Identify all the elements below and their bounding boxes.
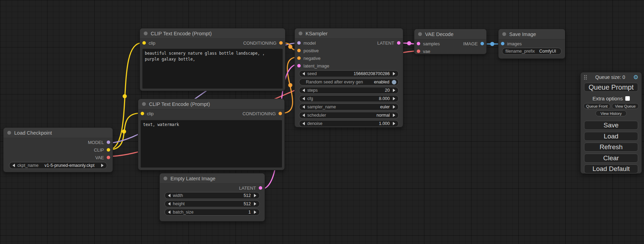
vae-output-port[interactable]	[107, 156, 110, 159]
clip-output-port[interactable]	[107, 148, 110, 152]
positive-prompt-textarea[interactable]: beautiful scenery nature glass bottle la…	[142, 49, 283, 89]
input-label: negative	[303, 56, 320, 61]
extra-options-checkbox[interactable]	[625, 96, 630, 101]
steps-widget[interactable]: steps 20	[299, 87, 399, 94]
ckpt-name-widget[interactable]: ckpt_name v1-5-pruned-emaonly.ckpt	[9, 162, 107, 169]
widget-value: 8.000	[379, 96, 390, 101]
collapse-dot-icon[interactable]	[418, 32, 422, 36]
increment-arrow-icon[interactable]	[254, 194, 256, 197]
node-title-bar[interactable]: Empty Latent Image	[160, 173, 265, 184]
latent-output-port[interactable]	[397, 41, 400, 45]
positive-input-port[interactable]	[297, 49, 301, 52]
model-input-port[interactable]	[297, 41, 301, 45]
latent-output-port[interactable]	[259, 186, 262, 190]
negative-input-port[interactable]	[297, 56, 301, 60]
view-history-button[interactable]: View History	[596, 110, 627, 116]
samples-input-port[interactable]	[417, 42, 420, 45]
node-title-bar[interactable]: VAE Decode	[414, 29, 486, 39]
negative-prompt-textarea[interactable]: text, watermark	[141, 120, 282, 168]
collapse-dot-icon[interactable]	[142, 102, 146, 106]
decrement-arrow-icon[interactable]	[168, 210, 170, 214]
width-widget[interactable]: width 512	[165, 192, 260, 199]
scheduler-widget[interactable]: scheduler normal	[299, 112, 399, 119]
collapse-dot-icon[interactable]	[502, 32, 506, 36]
link-midpoint-dot	[288, 45, 292, 49]
node-clip-text-encode-positive[interactable]: CLIP Text Encode (Prompt) clip CONDITION…	[140, 28, 285, 91]
output-label: LATENT	[377, 40, 394, 46]
increment-arrow-icon[interactable]	[254, 210, 256, 214]
output-label: CONDITIONING	[242, 111, 276, 116]
height-widget[interactable]: height 512	[165, 200, 260, 207]
clear-button[interactable]: Clear	[584, 154, 638, 163]
increment-arrow-icon[interactable]	[393, 97, 395, 100]
batch-size-widget[interactable]: batch_size 1	[165, 209, 260, 216]
toggle-dot[interactable]	[392, 80, 396, 84]
model-output-port[interactable]	[107, 141, 110, 144]
increment-arrow-icon[interactable]	[101, 164, 104, 167]
latent-image-input-port[interactable]	[297, 64, 301, 67]
collapse-dot-icon[interactable]	[144, 31, 148, 35]
decrement-arrow-icon[interactable]	[168, 202, 170, 206]
graph-canvas[interactable]: Load Checkpoint MODEL CLIP VAE ckpt_name…	[0, 0, 644, 244]
decrement-arrow-icon[interactable]	[302, 97, 305, 100]
increment-arrow-icon[interactable]	[393, 114, 395, 117]
image-output-port[interactable]	[480, 42, 484, 45]
node-title-bar[interactable]: Load Checkpoint	[3, 128, 113, 138]
node-vae-decode[interactable]: VAE Decode samples IMAGE vae	[414, 29, 487, 54]
widget-label: width	[173, 193, 183, 198]
sampler-name-widget[interactable]: sampler_name euler	[299, 103, 399, 110]
node-empty-latent-image[interactable]: Empty Latent Image LATENT width 512 heig…	[159, 173, 265, 222]
node-load-checkpoint[interactable]: Load Checkpoint MODEL CLIP VAE ckpt_name…	[3, 127, 113, 172]
decrement-arrow-icon[interactable]	[302, 122, 305, 125]
slot-row: images	[499, 40, 565, 47]
decrement-arrow-icon[interactable]	[302, 89, 305, 92]
node-title-bar[interactable]: CLIP Text Encode (Prompt)	[140, 28, 285, 39]
increment-arrow-icon[interactable]	[254, 202, 256, 206]
node-ksampler[interactable]: KSampler model LATENT positive negative	[294, 28, 403, 127]
vae-input-port[interactable]	[417, 49, 420, 53]
denoise-widget[interactable]: denoise 1.000	[299, 120, 399, 127]
increment-arrow-icon[interactable]	[393, 89, 395, 92]
settings-gear-icon[interactable]: ⚙	[633, 74, 638, 80]
seed-widget[interactable]: seed 156680208700286	[299, 70, 399, 77]
images-input-port[interactable]	[501, 42, 504, 45]
conditioning-output-port[interactable]	[279, 41, 283, 45]
decrement-arrow-icon[interactable]	[302, 105, 305, 109]
queue-size-label: Queue size: 0	[587, 74, 633, 80]
save-button[interactable]: Save	[584, 121, 638, 130]
node-title: CLIP Text Encode (Prompt)	[149, 101, 210, 107]
view-queue-button[interactable]: View Queue	[612, 103, 639, 109]
node-title-bar[interactable]: CLIP Text Encode (Prompt)	[138, 99, 284, 109]
conditioning-output-port[interactable]	[279, 112, 282, 115]
decrement-arrow-icon[interactable]	[302, 72, 305, 75]
queue-prompt-button[interactable]: Queue Prompt	[584, 83, 638, 92]
collapse-dot-icon[interactable]	[299, 31, 302, 35]
refresh-button[interactable]: Refresh	[584, 143, 638, 152]
random-seed-toggle-widget[interactable]: Random seed after every gen enabled	[299, 79, 399, 85]
increment-arrow-icon[interactable]	[393, 72, 395, 75]
clip-input-port[interactable]	[142, 41, 146, 45]
load-default-button[interactable]: Load Default	[584, 164, 638, 173]
drag-handle-icon[interactable]	[584, 75, 587, 80]
cfg-widget[interactable]: cfg 8.000	[299, 95, 399, 102]
input-label: images	[507, 41, 522, 46]
collapse-dot-icon[interactable]	[164, 177, 167, 180]
widget-value: 20	[385, 88, 390, 93]
input-label: vae	[423, 49, 430, 54]
increment-arrow-icon[interactable]	[393, 105, 395, 109]
output-label: IMAGE	[463, 41, 478, 46]
load-button[interactable]: Load	[584, 132, 638, 141]
node-clip-text-encode-negative[interactable]: CLIP Text Encode (Prompt) clip CONDITION…	[138, 99, 285, 170]
collapse-dot-icon[interactable]	[7, 131, 11, 135]
decrement-arrow-icon[interactable]	[12, 164, 15, 167]
queue-front-button[interactable]: Queue Front	[583, 103, 610, 109]
decrement-arrow-icon[interactable]	[168, 194, 170, 197]
increment-arrow-icon[interactable]	[393, 122, 395, 125]
node-title-bar[interactable]: KSampler	[295, 28, 403, 39]
clip-input-port[interactable]	[141, 112, 144, 115]
input-label: clip	[149, 40, 156, 46]
node-save-image[interactable]: Save Image images filename_prefix ComfyU…	[498, 29, 565, 59]
node-title-bar[interactable]: Save Image	[499, 29, 565, 39]
filename-prefix-widget[interactable]: filename_prefix ComfyUI	[502, 48, 562, 55]
decrement-arrow-icon[interactable]	[302, 114, 305, 117]
